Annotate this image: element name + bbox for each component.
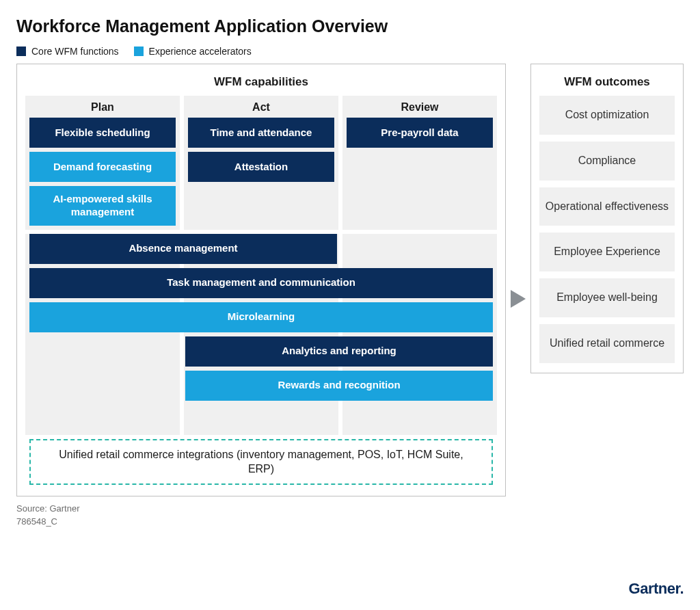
outcome-employee-experience: Employee Experience: [539, 233, 675, 271]
box-unified-integrations: Unified retail commerce integrations (in…: [29, 439, 493, 485]
brand-name: Gartner: [629, 580, 680, 597]
swatch-accel-icon: [134, 47, 144, 56]
capabilities-panel: WFM capabilities Plan Flexible schedulin…: [16, 64, 506, 496]
arrow-icon: [506, 288, 530, 310]
column-header-plan: Plan: [25, 96, 180, 118]
box-pre-payroll-data: Pre-payroll data: [347, 118, 493, 148]
column-header-act: Act: [184, 96, 338, 118]
span-row-absence: Absence management: [25, 234, 497, 264]
spanning-area: Absence management Task management and c…: [25, 234, 497, 435]
diagram-page: Workforce Management Application Overvie…: [0, 0, 700, 610]
span-row-microlearning: Microlearning: [25, 302, 497, 332]
capabilities-columns: Plan Flexible scheduling Demand forecast…: [25, 96, 497, 230]
outcome-cost-optimization: Cost optimization: [539, 96, 675, 135]
outcome-operational-effectiveness: Operational effectiveness: [539, 187, 675, 226]
column-review: Review Pre-payroll data: [342, 96, 497, 230]
source-label: Source: Gartner: [16, 503, 684, 514]
capabilities-header: WFM capabilities: [25, 71, 497, 96]
column-act-stack: Time and attendance Attestation: [184, 118, 338, 186]
legend: Core WFM functions Experience accelerato…: [16, 46, 684, 57]
swatch-core-icon: [16, 47, 26, 56]
box-time-attendance: Time and attendance: [188, 118, 334, 148]
span-row-rewards: Rewards and recognition: [25, 371, 497, 401]
column-plan: Plan Flexible scheduling Demand forecast…: [25, 96, 180, 230]
span-row-task: Task management and communication: [25, 268, 497, 298]
figure-id: 786548_C: [16, 516, 684, 527]
column-header-review: Review: [342, 96, 497, 118]
column-act: Act Time and attendance Attestation: [184, 96, 338, 230]
main-layout: WFM capabilities Plan Flexible schedulin…: [16, 64, 684, 496]
box-absence-management: Absence management: [29, 234, 337, 264]
outcomes-panel: WFM outcomes Cost optimization Complianc…: [530, 64, 684, 373]
outcomes-list: Cost optimization Compliance Operational…: [539, 96, 675, 363]
box-ai-skills-management: AI-empowered skills management: [29, 186, 176, 226]
outcome-employee-wellbeing: Employee well-being: [539, 278, 675, 317]
page-title: Workforce Management Application Overvie…: [16, 16, 684, 36]
box-microlearning: Microlearning: [29, 302, 493, 332]
box-rewards-recognition: Rewards and recognition: [185, 371, 493, 401]
svg-marker-0: [511, 290, 526, 308]
legend-item-core: Core WFM functions: [16, 46, 119, 57]
spanning-rows: Absence management Task management and c…: [25, 234, 497, 405]
box-flexible-scheduling: Flexible scheduling: [29, 118, 176, 148]
outcome-compliance: Compliance: [539, 142, 675, 181]
legend-label-accel: Experience accelerators: [149, 46, 252, 57]
gartner-logo: Gartner.: [629, 580, 684, 598]
box-analytics-reporting: Analytics and reporting: [185, 336, 493, 367]
box-demand-forecasting: Demand forecasting: [29, 152, 176, 182]
column-review-stack: Pre-payroll data: [342, 118, 497, 152]
box-attestation: Attestation: [188, 152, 334, 182]
legend-label-core: Core WFM functions: [31, 46, 119, 57]
brand-dot: .: [679, 580, 684, 597]
legend-item-accel: Experience accelerators: [134, 46, 252, 57]
column-plan-stack: Flexible scheduling Demand forecasting A…: [25, 118, 180, 230]
outcome-unified-retail-commerce: Unified retail commerce: [539, 324, 675, 363]
outcomes-header: WFM outcomes: [539, 71, 675, 96]
box-task-management: Task management and communication: [29, 268, 493, 298]
span-row-analytics: Analytics and reporting: [25, 336, 497, 367]
